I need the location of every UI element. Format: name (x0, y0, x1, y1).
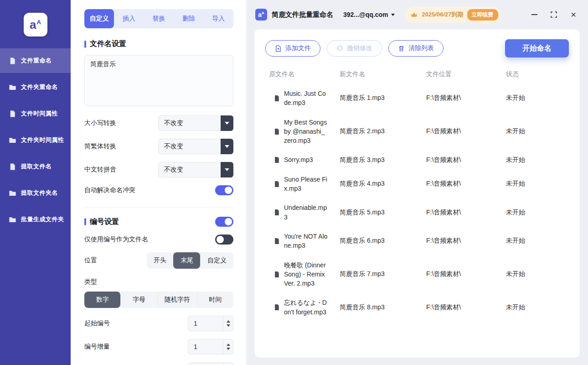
tab-replace[interactable]: 替换 (144, 9, 174, 28)
table-row[interactable]: 晚餐歌 (Dinner Song) - Remix Ver. 2.mp3 简鹿音… (254, 256, 580, 293)
dropdown-caret-box (221, 115, 233, 131)
logo-letter-small: A (37, 19, 41, 26)
table-row[interactable]: Suno Please Fix.mp3 简鹿音乐 4.mp3 F:\音频素材\ … (254, 170, 580, 198)
auto-resolve-conflict-toggle[interactable] (215, 185, 233, 195)
filename-template-input[interactable]: 简鹿音乐 (84, 55, 233, 106)
batch-create-folder-icon (8, 215, 16, 224)
partial-stepper (188, 362, 233, 365)
new-filename-cell: 简鹿音乐 8.mp3 (340, 303, 426, 312)
col-file-location: 文件位置 (426, 70, 506, 78)
stepper-up-icon[interactable] (227, 344, 230, 346)
start-number-input[interactable] (188, 320, 223, 327)
increment-label: 编号增量 (84, 343, 110, 351)
file-time-icon (8, 110, 16, 118)
sidebar-item-batch-create-folder[interactable]: 批量生成文件夹 (0, 207, 71, 232)
original-filename-cell: Suno Please Fix.mp3 (269, 175, 340, 193)
tab-import[interactable]: 导入 (204, 9, 233, 28)
conflict-row: 自动解决命名冲突 (84, 185, 233, 195)
app-logo: a A (24, 13, 47, 36)
table-row[interactable]: You're NOT Alone.mp3 简鹿音乐 6.mp3 F:\音频素材\… (254, 227, 580, 256)
file-icon (273, 238, 280, 245)
file-location-cell: F:\音频素材\ (426, 303, 506, 312)
position-start-button[interactable]: 开头 (147, 252, 173, 269)
account-menu[interactable]: 392...@qq.com (343, 11, 395, 18)
license-expiry-text: 2025/06/27到期 (422, 10, 463, 19)
table-row[interactable]: Music. Just Code.mp3 简鹿音乐 1.mp3 F:\音频素材\… (254, 84, 580, 113)
only-number-toggle[interactable] (215, 235, 233, 245)
status-cell: 未开始 (506, 303, 569, 312)
sidebar: a A 文件重命名 文件夹重命名 文件时间属性 文件夹时间属性 (0, 0, 71, 365)
window-controls: × (531, 11, 577, 18)
dropdown[interactable]: 不改变 (158, 115, 233, 131)
sidebar-item-file-rename[interactable]: 文件重命名 (0, 48, 71, 73)
add-files-button[interactable]: 添加文件 (265, 40, 320, 57)
numbering-enabled-toggle[interactable] (215, 217, 233, 227)
sidebar-item-extract-filename[interactable]: 提取文件名 (0, 154, 71, 179)
tab-delete[interactable]: 删除 (174, 9, 203, 28)
sidebar-item-folder-rename[interactable]: 文件夹重命名 (0, 75, 71, 99)
new-filename-cell: 简鹿音乐 5.mp3 (340, 209, 426, 217)
renew-button[interactable]: 立即续费 (467, 9, 498, 21)
file-table: 原文件名 新文件名 文件位置 状态 Music. Just Code.mp3 简… (254, 62, 580, 358)
start-number-stepper (188, 316, 233, 331)
position-custom-button[interactable]: 自定义 (200, 252, 233, 269)
title-bar: aA 简鹿文件批量重命名 392...@qq.com 2025/06/27到期 … (246, 0, 588, 29)
new-filename-cell: 简鹿音乐 7.mp3 (340, 270, 426, 278)
chevron-down-icon (225, 122, 229, 125)
account-email: 392...@qq.com (343, 11, 388, 18)
license-pill: 2025/06/27到期 立即续费 (405, 7, 501, 23)
tab-insert[interactable]: 插入 (114, 9, 144, 28)
table-row[interactable]: 忘れるなよ - Don't forget.mp3 简鹿音乐 8.mp3 F:\音… (254, 293, 580, 322)
position-segmented-control: 开头 末尾 自定义 (147, 252, 233, 269)
filename-section-header: 文件名设置 (84, 39, 233, 49)
sidebar-item-file-time[interactable]: 文件时间属性 (0, 101, 71, 126)
stepper-down-icon[interactable] (227, 348, 230, 350)
close-button[interactable]: × (570, 11, 577, 18)
stepper-down-icon[interactable] (227, 324, 230, 327)
new-filename-cell: 简鹿音乐 3.mp3 (340, 156, 426, 164)
clear-list-button[interactable]: 清除列表 (388, 40, 444, 57)
type-row: 类型 (84, 278, 233, 286)
undo-changes-button[interactable]: 撤销修改 (327, 40, 382, 57)
increment-row: 编号增量 (84, 339, 233, 355)
file-location-cell: F:\音频素材\ (426, 237, 506, 245)
file-location-cell: F:\音频素材\ (426, 180, 506, 188)
logo-letter: a (30, 19, 36, 31)
type-number-button[interactable]: 数字 (84, 292, 120, 308)
minimize-button[interactable] (531, 11, 538, 18)
status-cell: 未开始 (506, 180, 569, 188)
maximize-button[interactable] (550, 11, 557, 18)
case-convert-dropdown: 大小写转换 不改变 (84, 115, 233, 131)
stepper-up-icon[interactable] (227, 320, 230, 323)
type-time-button[interactable]: 时间 (197, 292, 233, 308)
sidebar-item-folder-time[interactable]: 文件夹时间属性 (0, 128, 71, 152)
section-accent-bar (84, 218, 86, 225)
position-end-button[interactable]: 末尾 (173, 252, 200, 269)
type-segmented-control: 数字 字母 随机字符 时间 (84, 292, 233, 308)
type-letter-button[interactable]: 字母 (120, 292, 157, 308)
table-row[interactable]: My Best Songs by @nanashi_zero.mp3 简鹿音乐 … (254, 113, 580, 151)
toggle-knob (225, 187, 232, 194)
filename-section-title: 文件名设置 (90, 39, 233, 49)
file-list-card: 添加文件 撤销修改 清除列表 开始命名 原文件名 新文件名 文件位置 状态 (254, 29, 580, 358)
file-location-cell: F:\音频素材\ (426, 156, 506, 164)
crown-icon (410, 12, 418, 18)
stepper-arrows (223, 316, 233, 331)
sidebar-item-extract-foldername[interactable]: 提取文件夹名 (0, 181, 71, 205)
chevron-down-icon (391, 14, 395, 16)
start-number-label: 起始编号 (84, 319, 110, 328)
chinese-to-pinyin-dropdown: 中文转拼音 不改变 (84, 162, 233, 177)
folder-time-icon (8, 136, 16, 144)
tab-custom[interactable]: 自定义 (84, 9, 114, 28)
type-random-button[interactable]: 随机字符 (157, 292, 197, 308)
table-row[interactable]: Undeniable.mp3 简鹿音乐 5.mp3 F:\音频素材\ 未开始 (254, 198, 580, 227)
dropdown[interactable]: 不改变 (158, 139, 233, 154)
col-status: 状态 (506, 70, 569, 78)
maximize-icon (551, 11, 557, 18)
dropdown[interactable]: 不改变 (158, 162, 233, 177)
start-rename-button[interactable]: 开始命名 (505, 39, 569, 57)
file-icon (273, 95, 280, 102)
numbering-section-header: 编号设置 (84, 217, 233, 227)
increment-input[interactable] (188, 343, 223, 350)
table-row[interactable]: Sorry.mp3 简鹿音乐 3.mp3 F:\音频素材\ 未开始 (254, 150, 580, 169)
